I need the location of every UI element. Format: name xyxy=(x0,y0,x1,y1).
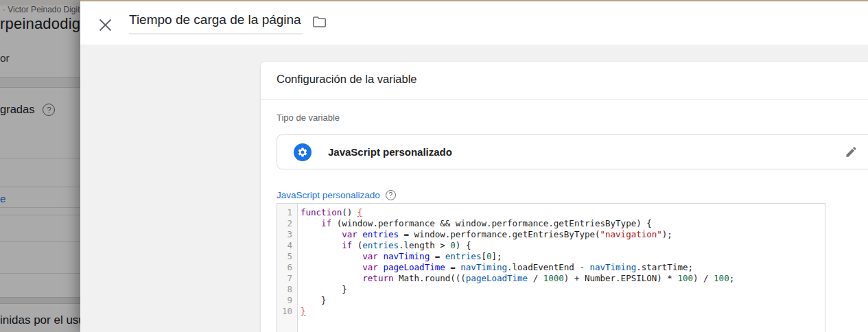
line-number: 9 xyxy=(277,295,297,306)
line-number: 3 xyxy=(277,229,297,240)
variable-type-value: JavaScript personalizado xyxy=(328,135,452,169)
code-line: return Math.round(((pageLoadTime / 1000)… xyxy=(301,273,825,284)
line-number: 2 xyxy=(277,218,297,229)
code-line: } xyxy=(301,306,825,317)
gear-icon xyxy=(297,147,308,158)
folder-button[interactable] xyxy=(312,16,327,28)
variable-name-field[interactable]: Tiempo de carga de la página xyxy=(129,12,303,34)
line-number: 7 xyxy=(277,273,297,284)
code-lines: function() { if (window.performance && w… xyxy=(298,204,825,332)
code-section-header: JavaScript personalizado ? xyxy=(277,190,396,200)
code-line: function() { xyxy=(301,207,825,218)
line-number: 8 xyxy=(277,284,297,295)
pencil-icon xyxy=(845,145,858,158)
code-line: if (window.performance && window.perform… xyxy=(301,218,825,229)
line-number: 1 xyxy=(277,207,297,218)
variable-config-card: Configuración de la variable Tipo de var… xyxy=(261,62,868,332)
code-section-label: JavaScript personalizado xyxy=(277,190,380,200)
code-gutter: 12345678910 xyxy=(277,204,298,332)
title-row: Tiempo de carga de la página xyxy=(129,12,327,34)
edit-type-button[interactable] xyxy=(845,145,858,158)
code-line: var navTiming = entries[0]; xyxy=(301,251,825,262)
card-title: Configuración de la variable xyxy=(277,73,417,86)
custom-javascript-badge xyxy=(294,143,312,161)
variable-editor-panel: Tiempo de carga de la página Configuraci… xyxy=(80,0,868,332)
line-number: 5 xyxy=(277,251,297,262)
help-icon[interactable]: ? xyxy=(386,190,396,200)
code-line: if (entries.length > 0) { xyxy=(301,240,825,251)
code-line: var entries = window.performance.getEntr… xyxy=(301,229,825,240)
code-line: } xyxy=(301,295,825,306)
close-icon xyxy=(99,19,112,32)
line-number: 4 xyxy=(277,240,297,251)
panel-header: Tiempo de carga de la página xyxy=(80,1,868,45)
variable-type-label: Tipo de variable xyxy=(277,112,340,123)
line-number: 10 xyxy=(277,306,297,317)
modal-scrim xyxy=(0,0,80,332)
code-line: var pageLoadTime = navTiming.loadEventEn… xyxy=(301,262,825,273)
code-line: } xyxy=(301,284,825,295)
variable-type-selector[interactable]: JavaScript personalizado xyxy=(277,134,868,169)
divider xyxy=(261,99,868,100)
panel-content: Configuración de la variable Tipo de var… xyxy=(80,45,868,332)
close-button[interactable] xyxy=(98,18,112,32)
line-number: 6 xyxy=(277,262,297,273)
folder-icon xyxy=(312,16,327,28)
code-editor[interactable]: 12345678910 function() { if (window.perf… xyxy=(277,203,825,332)
